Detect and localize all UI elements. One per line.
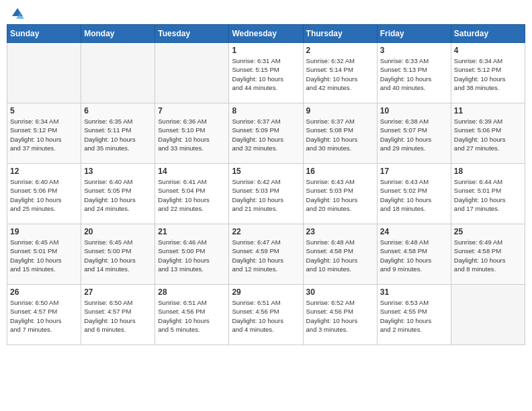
day-info: Sunrise: 6:34 AM Sunset: 5:12 PM Dayligh…: [10, 117, 78, 152]
day-info: Sunrise: 6:33 AM Sunset: 5:13 PM Dayligh…: [380, 56, 448, 92]
day-info: Sunrise: 6:39 AM Sunset: 5:06 PM Dayligh…: [454, 117, 522, 152]
page-header: [7, 7, 525, 20]
day-info: Sunrise: 6:53 AM Sunset: 4:55 PM Dayligh…: [380, 298, 448, 334]
day-info: Sunrise: 6:48 AM Sunset: 4:58 PM Dayligh…: [380, 238, 448, 273]
header-monday: Monday: [81, 25, 155, 43]
day-info: Sunrise: 6:44 AM Sunset: 5:01 PM Dayligh…: [454, 177, 522, 213]
calendar-cell: [451, 285, 525, 345]
header-friday: Friday: [377, 25, 451, 43]
calendar-cell: 20Sunrise: 6:45 AM Sunset: 5:00 PM Dayli…: [81, 224, 155, 285]
calendar-cell: [81, 43, 155, 103]
day-info: Sunrise: 6:40 AM Sunset: 5:06 PM Dayligh…: [10, 177, 78, 213]
calendar-cell: 1Sunrise: 6:31 AM Sunset: 5:15 PM Daylig…: [229, 43, 303, 103]
day-info: Sunrise: 6:37 AM Sunset: 5:09 PM Dayligh…: [232, 117, 300, 152]
calendar-cell: 5Sunrise: 6:34 AM Sunset: 5:12 PM Daylig…: [7, 103, 81, 164]
calendar-cell: 11Sunrise: 6:39 AM Sunset: 5:06 PM Dayli…: [451, 103, 525, 164]
calendar-cell: 30Sunrise: 6:52 AM Sunset: 4:56 PM Dayli…: [303, 285, 377, 345]
day-info: Sunrise: 6:48 AM Sunset: 4:58 PM Dayligh…: [306, 238, 374, 273]
day-number: 10: [380, 106, 448, 116]
calendar-cell: 24Sunrise: 6:48 AM Sunset: 4:58 PM Dayli…: [377, 224, 451, 285]
day-number: 3: [380, 46, 448, 55]
calendar-cell: 28Sunrise: 6:51 AM Sunset: 4:56 PM Dayli…: [155, 285, 229, 345]
calendar-cell: [155, 43, 229, 103]
day-number: 17: [380, 167, 448, 176]
calendar-cell: 4Sunrise: 6:34 AM Sunset: 5:12 PM Daylig…: [451, 43, 525, 103]
calendar-week-row: 5Sunrise: 6:34 AM Sunset: 5:12 PM Daylig…: [7, 103, 525, 164]
day-number: 19: [10, 227, 78, 236]
day-number: 31: [380, 287, 448, 297]
day-info: Sunrise: 6:36 AM Sunset: 5:10 PM Dayligh…: [158, 117, 226, 152]
day-number: 5: [10, 106, 78, 116]
calendar-cell: 9Sunrise: 6:37 AM Sunset: 5:08 PM Daylig…: [303, 103, 377, 164]
day-number: 11: [454, 106, 522, 116]
day-info: Sunrise: 6:47 AM Sunset: 4:59 PM Dayligh…: [232, 238, 300, 273]
calendar-week-row: 12Sunrise: 6:40 AM Sunset: 5:06 PM Dayli…: [7, 164, 525, 224]
calendar-cell: 13Sunrise: 6:40 AM Sunset: 5:05 PM Dayli…: [81, 164, 155, 224]
day-number: 7: [158, 106, 226, 116]
calendar-cell: 22Sunrise: 6:47 AM Sunset: 4:59 PM Dayli…: [229, 224, 303, 285]
calendar-week-row: 19Sunrise: 6:45 AM Sunset: 5:01 PM Dayli…: [7, 224, 525, 285]
day-info: Sunrise: 6:50 AM Sunset: 4:57 PM Dayligh…: [10, 298, 78, 334]
day-number: 12: [10, 167, 78, 176]
day-number: 4: [454, 46, 522, 55]
calendar-cell: 29Sunrise: 6:51 AM Sunset: 4:56 PM Dayli…: [229, 285, 303, 345]
day-number: 29: [232, 287, 300, 297]
calendar-table: SundayMondayTuesdayWednesdayThursdayFrid…: [7, 24, 525, 345]
day-number: 28: [158, 287, 226, 297]
calendar-cell: [7, 43, 81, 103]
header-sunday: Sunday: [7, 25, 81, 43]
day-info: Sunrise: 6:51 AM Sunset: 4:56 PM Dayligh…: [232, 298, 300, 334]
day-info: Sunrise: 6:51 AM Sunset: 4:56 PM Dayligh…: [158, 298, 226, 334]
day-number: 22: [232, 227, 300, 236]
calendar-week-row: 1Sunrise: 6:31 AM Sunset: 5:15 PM Daylig…: [7, 43, 525, 103]
day-info: Sunrise: 6:35 AM Sunset: 5:11 PM Dayligh…: [84, 117, 152, 152]
calendar-cell: 3Sunrise: 6:33 AM Sunset: 5:13 PM Daylig…: [377, 43, 451, 103]
calendar-cell: 16Sunrise: 6:43 AM Sunset: 5:03 PM Dayli…: [303, 164, 377, 224]
day-info: Sunrise: 6:45 AM Sunset: 5:01 PM Dayligh…: [10, 238, 78, 273]
calendar-cell: 6Sunrise: 6:35 AM Sunset: 5:11 PM Daylig…: [81, 103, 155, 164]
logo-icon: [11, 7, 24, 20]
logo: [9, 7, 24, 20]
day-info: Sunrise: 6:49 AM Sunset: 4:58 PM Dayligh…: [454, 238, 522, 273]
day-number: 16: [306, 167, 374, 176]
day-info: Sunrise: 6:46 AM Sunset: 5:00 PM Dayligh…: [158, 238, 226, 273]
day-number: 24: [380, 227, 448, 236]
day-info: Sunrise: 6:37 AM Sunset: 5:08 PM Dayligh…: [306, 117, 374, 152]
day-number: 18: [454, 167, 522, 176]
header-thursday: Thursday: [303, 25, 377, 43]
day-info: Sunrise: 6:43 AM Sunset: 5:02 PM Dayligh…: [380, 177, 448, 213]
day-number: 25: [454, 227, 522, 236]
day-info: Sunrise: 6:42 AM Sunset: 5:03 PM Dayligh…: [232, 177, 300, 213]
day-number: 1: [232, 46, 300, 55]
day-number: 15: [232, 167, 300, 176]
day-info: Sunrise: 6:41 AM Sunset: 5:04 PM Dayligh…: [158, 177, 226, 213]
calendar-cell: 7Sunrise: 6:36 AM Sunset: 5:10 PM Daylig…: [155, 103, 229, 164]
day-info: Sunrise: 6:45 AM Sunset: 5:00 PM Dayligh…: [84, 238, 152, 273]
day-number: 8: [232, 106, 300, 116]
header-wednesday: Wednesday: [229, 25, 303, 43]
calendar-cell: 25Sunrise: 6:49 AM Sunset: 4:58 PM Dayli…: [451, 224, 525, 285]
day-info: Sunrise: 6:38 AM Sunset: 5:07 PM Dayligh…: [380, 117, 448, 152]
calendar-cell: 21Sunrise: 6:46 AM Sunset: 5:00 PM Dayli…: [155, 224, 229, 285]
day-info: Sunrise: 6:43 AM Sunset: 5:03 PM Dayligh…: [306, 177, 374, 213]
day-number: 26: [10, 287, 78, 297]
day-number: 6: [84, 106, 152, 116]
calendar-cell: 15Sunrise: 6:42 AM Sunset: 5:03 PM Dayli…: [229, 164, 303, 224]
day-number: 21: [158, 227, 226, 236]
day-info: Sunrise: 6:40 AM Sunset: 5:05 PM Dayligh…: [84, 177, 152, 213]
calendar-header-row: SundayMondayTuesdayWednesdayThursdayFrid…: [7, 25, 525, 43]
calendar-cell: 26Sunrise: 6:50 AM Sunset: 4:57 PM Dayli…: [7, 285, 81, 345]
calendar-cell: 27Sunrise: 6:50 AM Sunset: 4:57 PM Dayli…: [81, 285, 155, 345]
day-info: Sunrise: 6:34 AM Sunset: 5:12 PM Dayligh…: [454, 56, 522, 92]
header-tuesday: Tuesday: [155, 25, 229, 43]
calendar-cell: 31Sunrise: 6:53 AM Sunset: 4:55 PM Dayli…: [377, 285, 451, 345]
day-number: 13: [84, 167, 152, 176]
day-number: 20: [84, 227, 152, 236]
day-number: 14: [158, 167, 226, 176]
day-number: 2: [306, 46, 374, 55]
day-number: 23: [306, 227, 374, 236]
day-number: 9: [306, 106, 374, 116]
calendar-cell: 14Sunrise: 6:41 AM Sunset: 5:04 PM Dayli…: [155, 164, 229, 224]
calendar-cell: 10Sunrise: 6:38 AM Sunset: 5:07 PM Dayli…: [377, 103, 451, 164]
calendar-cell: 19Sunrise: 6:45 AM Sunset: 5:01 PM Dayli…: [7, 224, 81, 285]
